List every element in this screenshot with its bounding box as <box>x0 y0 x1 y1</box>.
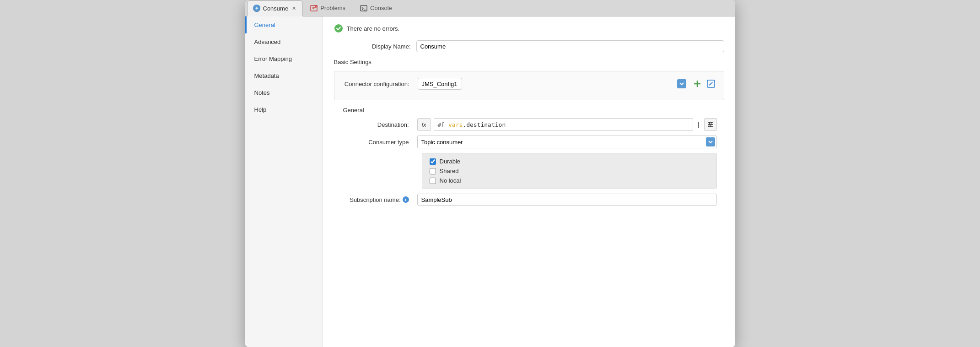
edit-config-button[interactable] <box>705 78 716 89</box>
sidebar-item-help[interactable]: Help <box>245 101 323 118</box>
destination-expression: #[ vars.destination <box>438 121 506 128</box>
status-bar: There are no errors. <box>334 24 724 33</box>
status-message: There are no errors. <box>347 25 400 32</box>
destination-label: Destination: <box>341 121 415 128</box>
connector-config-label: Connector configuration: <box>342 81 415 87</box>
svg-line-12 <box>711 83 712 83</box>
sidebar: General Advanced Error Mapping Metadata … <box>245 16 323 347</box>
sidebar-item-metadata[interactable]: Metadata <box>245 67 323 84</box>
subscription-name-row: Subscription name: i <box>341 194 717 206</box>
connector-config-arrow-icon <box>677 79 686 88</box>
tab-consume[interactable]: Consume ✕ <box>247 0 303 16</box>
durable-label: Durable <box>440 158 461 165</box>
grid-button[interactable] <box>704 118 717 131</box>
problems-tab-label: Problems <box>320 5 345 11</box>
sidebar-item-general[interactable]: General <box>245 16 323 33</box>
no-local-label: No local <box>440 177 461 184</box>
basic-settings-header: Basic Settings <box>334 59 724 65</box>
basic-settings-panel: Connector configuration: JMS_Config1 <box>334 71 724 100</box>
destination-input-wrapper: #[ vars.destination <box>434 118 693 131</box>
close-bracket: ] <box>696 121 701 128</box>
sidebar-item-error-mapping[interactable]: Error Mapping <box>245 50 323 67</box>
subscription-name-label: Subscription name: i <box>341 196 415 203</box>
chevron-down-icon <box>679 81 684 87</box>
tab-bar: Consume ✕ ! Problems Console <box>245 0 735 16</box>
connector-config-select-wrapper: JMS_Config1 <box>418 78 689 90</box>
plus-icon <box>693 79 702 88</box>
shared-label: Shared <box>440 168 459 174</box>
tab-problems[interactable]: ! Problems <box>303 0 353 16</box>
right-panel: There are no errors. Display Name: Basic… <box>323 16 735 347</box>
general-section-header: General <box>341 107 717 114</box>
fx-button[interactable]: fx <box>417 118 431 131</box>
tab-close-button[interactable]: ✕ <box>291 5 297 12</box>
no-local-checkbox-row: No local <box>430 177 709 184</box>
console-tab-label: Console <box>370 5 392 11</box>
consume-tab-icon <box>253 5 260 12</box>
display-name-input[interactable] <box>416 40 724 52</box>
connector-config-select[interactable]: JMS_Config1 <box>418 78 462 90</box>
sidebar-item-notes[interactable]: Notes <box>245 84 323 101</box>
general-section: General Destination: fx #[ vars.destinat… <box>334 107 724 206</box>
durable-checkbox-row: Durable <box>430 158 709 165</box>
problems-icon: ! <box>310 5 318 12</box>
no-local-checkbox[interactable] <box>430 178 436 184</box>
edit-icon <box>707 80 715 88</box>
connector-config-row: Connector configuration: JMS_Config1 <box>334 78 724 90</box>
tab-console[interactable]: Console <box>353 0 399 16</box>
add-config-button[interactable] <box>692 78 703 89</box>
fx-label: fx <box>421 121 426 128</box>
grid-icon <box>707 121 714 128</box>
consumer-type-select-wrapper: Topic consumer Queue consumer <box>417 136 717 148</box>
svg-point-8 <box>334 24 343 33</box>
consumer-type-select[interactable]: Topic consumer Queue consumer <box>417 136 717 148</box>
main-window: Consume ✕ ! Problems Console <box>245 0 735 347</box>
sidebar-item-advanced[interactable]: Advanced <box>245 33 323 50</box>
display-name-label: Display Name: <box>334 43 416 50</box>
consumer-type-row: Consumer type Topic consumer Queue consu… <box>341 136 717 148</box>
main-content: General Advanced Error Mapping Metadata … <box>245 16 735 347</box>
checkboxes-area: Durable Shared No local <box>422 153 717 189</box>
subscription-info-icon: i <box>403 196 409 203</box>
status-ok-icon <box>334 24 343 33</box>
consume-tab-label: Consume <box>263 5 289 12</box>
shared-checkbox[interactable] <box>430 168 436 174</box>
subscription-name-input[interactable] <box>417 194 717 206</box>
durable-checkbox[interactable] <box>430 158 436 165</box>
console-icon <box>360 5 367 12</box>
consumer-type-label: Consumer type <box>341 139 415 146</box>
destination-row: Destination: fx #[ vars.destination ] <box>341 118 717 131</box>
shared-checkbox-row: Shared <box>430 168 709 174</box>
display-name-row: Display Name: <box>334 40 724 52</box>
